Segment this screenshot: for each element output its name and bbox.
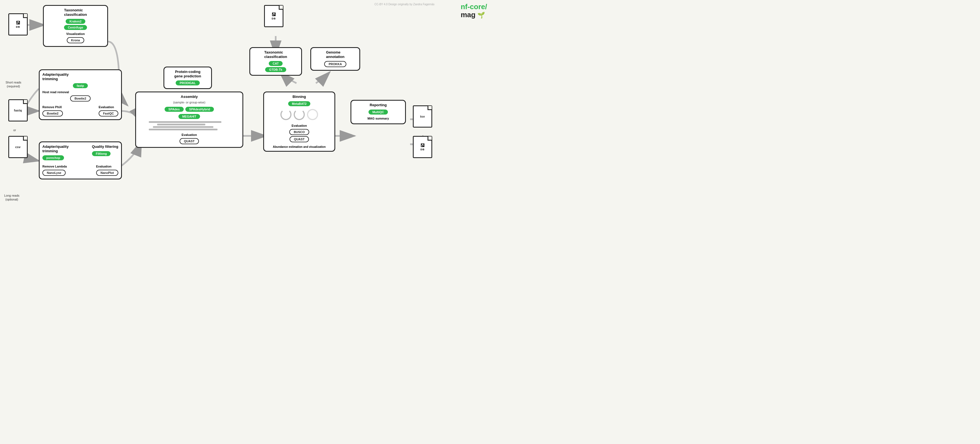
assembly-box: Assembly (sample- or group-wise) SPAdes … [135,91,243,148]
reporting-title: Reporting [370,103,387,107]
watermark: CC-BY 4.0 Design originally by Zandra Fa… [374,3,434,6]
assembly-title: Assembly [181,94,197,99]
binning-title: Binning [293,94,306,99]
protein-coding-box: Protein-codinggene prediction PRODIGAL [164,67,212,89]
db-file-icon-3: 🖫 DB [413,136,432,158]
binning-evaluation-label: Evaluation [291,124,307,127]
porechop-pill: porechop [42,155,64,160]
remove-phix-label: Remove PhiX [42,105,63,109]
genome-annotation-title: Genomeannotation [326,50,344,59]
metabat2-pill: MetaBAT2 [288,101,310,106]
quast-binning-pill: QUAST [290,136,309,142]
kraken2-pill: Kraken2 [66,19,85,24]
tax-class-title-2: Taxonomicclassification [264,50,287,59]
spades-pill: SPAdes [165,107,184,112]
abundance-label: Abundance estimation and visualization [273,145,326,149]
db-file-icon-1: 🖫 DB [8,13,28,35]
megahit-pill: MEGAHIT [178,114,200,119]
filtlong-pill: Filtlong [92,151,111,156]
short-reads-label: Short reads(required) [6,80,21,88]
centrifuge-pill: Centrifuge [64,25,87,30]
visualization-label: Visualization [66,32,85,35]
tsv-label: tsv [420,115,425,118]
db-file-icon-2: 🖫 DB [264,5,283,27]
assembly-subtitle: (sample- or group-wise) [173,101,205,104]
fastqc-pill: FastQC [99,110,118,117]
tax-class-title-1: Taxonomicclassification [64,8,87,17]
adapter-quality-long-title: Adapter/qualitytrimming [42,144,69,153]
db-label-1: DB [16,26,20,28]
busco-pill: BUSCO [289,129,309,135]
db-icon-1: 🖫 [16,21,20,26]
krona-pill: Krona [67,37,84,43]
circular-arrows [280,109,318,120]
adapter-quality-short-box: Adapter/qualitytrimming fastp Host read … [39,69,122,120]
long-reads-label: Long reads(optional) [4,193,19,201]
db-label-2: DB [272,17,276,20]
assembly-evaluation-label: Evaluation [181,133,197,136]
logo: nf-core/ mag 🌱 [461,3,487,19]
adapter-quality-short-title: Adapter/qualitytrimming [42,72,118,81]
bowtie2-phix-pill: Bowtie2 [42,110,63,117]
logo-nf: nf-core/ [461,3,487,11]
cat-pill: CAT [269,61,283,66]
binning-box: Binning MetaBAT2 Evaluation BUSCO QUAST … [263,91,335,152]
prodigal-pill: PRODIGAL [176,80,199,85]
spadeshybrid-pill: SPAdesHybrid [185,107,214,112]
fastq-label: fastq [14,109,22,112]
csv-file-icon: csv [8,136,28,158]
fastp-pill: fastp [73,83,88,88]
adapter-quality-long-box: Adapter/qualitytrimming porechop Quality… [39,141,122,179]
logo-mag: mag [461,11,476,19]
quality-filtering-label: Quality filtering [92,144,118,149]
fastq-file-icon: fastq [8,99,28,121]
gtdbtk-pill: GTDB-Tk [265,67,286,72]
quast-assembly-pill: QUAST [180,138,199,144]
tsv-file-icon: tsv [413,105,432,128]
genome-annotation-box: Genomeannotation PROKKA [310,47,360,71]
db-label-3: DB [421,148,425,151]
prokka-pill: PROKKA [324,61,346,67]
nanoplot-pill: NanoPlot [96,170,118,176]
mag-summary-label: MAG summary [368,117,389,120]
or-label: or [13,128,16,132]
nanolyse-pill: NanoLyse [42,170,66,176]
evaluation-label-short: Evaluation [99,105,118,109]
multiqc-pill: MultiQC [369,110,388,115]
bowtie2-host-pill: Bowtie2 [70,96,91,102]
protein-coding-title: Protein-codinggene prediction [174,70,201,78]
taxonomic-classification-box-2: Taxonomicclassification CAT GTDB-Tk [249,47,302,76]
remove-lambda-label: Remove Lambda [42,165,67,168]
db-icon-3: 🖫 [420,143,425,148]
taxonomic-classification-box-1: Taxonomicclassification Kraken2 Centrifu… [43,5,108,47]
evaluation-label-long: Evaluation [96,165,118,168]
host-read-removal-label: Host read removal [42,90,118,94]
reporting-box: Reporting MultiQC MAG summary [350,100,406,124]
csv-label: csv [15,145,21,149]
db-icon-2: 🖫 [272,12,276,17]
